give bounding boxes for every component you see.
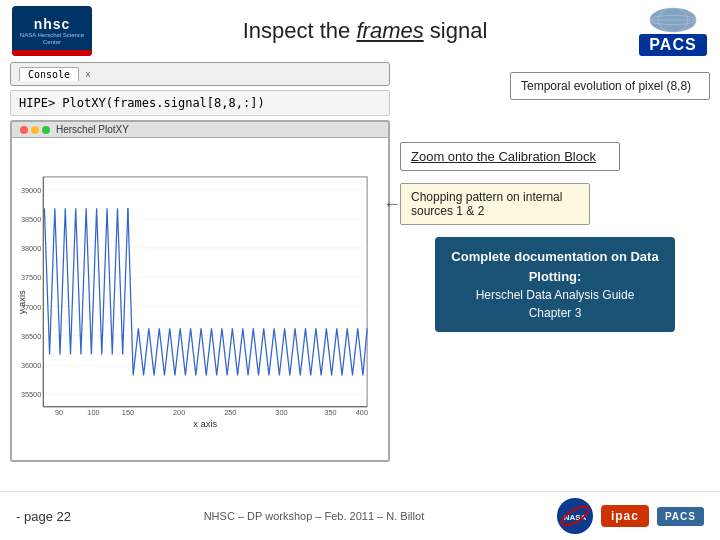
svg-text:100: 100 (87, 408, 99, 417)
right-panel: Temporal evolution of pixel (8,8) Zoom o… (400, 62, 710, 462)
svg-text:90: 90 (55, 408, 63, 417)
svg-text:37000: 37000 (21, 303, 41, 312)
svg-text:38000: 38000 (21, 244, 41, 253)
svg-text:400: 400 (356, 408, 368, 417)
plot-svg: y axis 39000 38500 38000 37500 37000 365… (12, 138, 388, 456)
workshop-label: NHSC – DP workshop – Feb. 2011 – N. Bill… (204, 510, 425, 522)
maximize-dot[interactable] (42, 126, 50, 134)
svg-text:38500: 38500 (21, 215, 41, 224)
ipac-logo: ipac (601, 505, 649, 527)
zoom-callout-text: Zoom onto the Calibration Block (411, 149, 596, 164)
svg-text:250: 250 (224, 408, 236, 417)
docs-callout: Complete documentation on Data Plotting:… (435, 237, 675, 332)
nhsc-logo-bar (12, 50, 92, 56)
svg-text:36500: 36500 (21, 332, 41, 341)
footer-logos: NASA ipac PACS (557, 498, 704, 534)
plot-title: Herschel PlotXY (56, 124, 129, 135)
pacs-badge: PACS (639, 34, 706, 56)
svg-text:x axis: x axis (193, 418, 217, 429)
console-window: Console x (10, 62, 390, 86)
svg-text:150: 150 (122, 408, 134, 417)
title-prefix: Inspect the (243, 18, 357, 43)
svg-text:350: 350 (324, 408, 336, 417)
nhsc-logo: nhsc NASA Herschel ScienceCenter (12, 6, 92, 56)
docs-title: Complete documentation on Data Plotting: (451, 249, 658, 284)
main-content: Console x HIPE> PlotXY(frames.signal[8,8… (0, 62, 720, 462)
plot-titlebar: Herschel PlotXY (12, 122, 388, 138)
console-tab[interactable]: Console (19, 67, 79, 81)
console-close-button[interactable]: x (85, 69, 90, 79)
docs-line1: Herschel Data Analysis Guide (476, 288, 635, 302)
left-panel: Console x HIPE> PlotXY(frames.signal[8,8… (10, 62, 390, 462)
temporal-callout: Temporal evolution of pixel (8,8) (510, 72, 710, 100)
svg-text:35500: 35500 (21, 390, 41, 399)
zoom-callout: Zoom onto the Calibration Block (400, 142, 620, 171)
title-italic: frames (356, 18, 423, 43)
temporal-callout-text: Temporal evolution of pixel (8,8) (521, 79, 691, 93)
close-dot[interactable] (20, 126, 28, 134)
svg-text:36000: 36000 (21, 361, 41, 370)
nhsc-logo-text: nhsc (34, 16, 71, 32)
pacs-footer-logo: PACS (657, 507, 704, 526)
minimize-dot[interactable] (31, 126, 39, 134)
svg-text:39000: 39000 (21, 186, 41, 195)
chop-callout-text: Chopping pattern on internal sources 1 &… (411, 190, 562, 218)
chop-arrow-icon: ← (383, 194, 401, 215)
plot-window-controls (20, 126, 50, 134)
footer: - page 22 NHSC – DP workshop – Feb. 2011… (0, 491, 720, 540)
page-title: Inspect the frames signal (92, 18, 638, 44)
svg-text:300: 300 (275, 408, 287, 417)
nasa-logo-icon: NASA (557, 498, 593, 534)
page-number: - page 22 (16, 509, 71, 524)
hipe-command: HIPE> PlotXY(frames.signal[8,8,:]) (10, 90, 390, 116)
plot-window: Herschel PlotXY y axis 39000 38500 38000… (10, 120, 390, 462)
title-suffix: signal (424, 18, 488, 43)
pacs-logo: PACS (638, 6, 708, 56)
svg-rect-4 (43, 177, 367, 407)
svg-text:37500: 37500 (21, 273, 41, 282)
chop-callout: ← Chopping pattern on internal sources 1… (400, 183, 590, 225)
plot-area: y axis 39000 38500 38000 37500 37000 365… (12, 138, 388, 456)
pacs-globe-icon (646, 6, 701, 34)
docs-line2: Chapter 3 (529, 306, 582, 320)
svg-text:200: 200 (173, 408, 185, 417)
nasa-logo: NASA (557, 498, 593, 534)
top-banner: nhsc NASA Herschel ScienceCenter Inspect… (0, 0, 720, 62)
nhsc-logo-sub: NASA Herschel ScienceCenter (20, 32, 84, 46)
